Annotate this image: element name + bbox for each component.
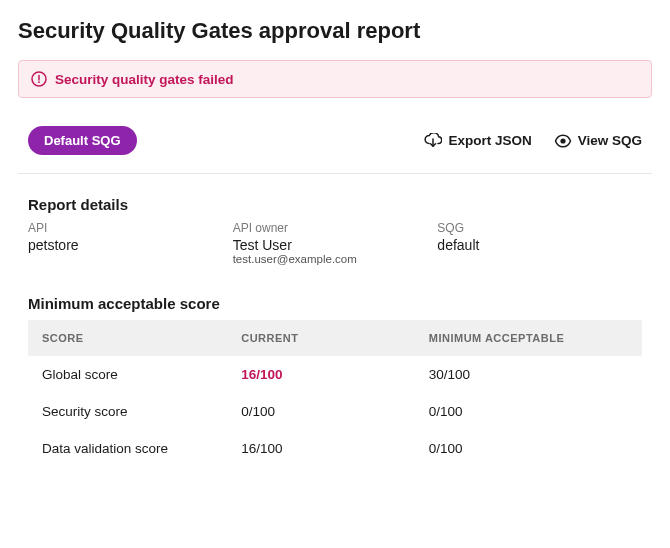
col-header-current: CURRENT <box>241 332 429 344</box>
report-details: API petstore API owner Test User test.us… <box>18 221 652 265</box>
toolbar-actions: Export JSON View SQG <box>424 133 642 148</box>
score-minimum: 30/100 <box>429 367 628 382</box>
score-label: Data validation score <box>42 441 241 456</box>
export-json-label: Export JSON <box>448 133 531 148</box>
table-row: Global score16/10030/100 <box>28 356 642 393</box>
svg-point-2 <box>38 81 40 83</box>
owner-email: test.user@example.com <box>233 253 438 265</box>
score-minimum: 0/100 <box>429 404 628 419</box>
score-table: SCORE CURRENT MINIMUM ACCEPTABLE Global … <box>28 320 642 467</box>
alert-banner: Security quality gates failed <box>18 60 652 98</box>
table-row: Data validation score16/1000/100 <box>28 430 642 467</box>
detail-owner: API owner Test User test.user@example.co… <box>233 221 438 265</box>
score-current: 16/100 <box>241 441 429 456</box>
alert-message: Security quality gates failed <box>55 72 234 87</box>
svg-point-4 <box>560 138 565 143</box>
export-json-button[interactable]: Export JSON <box>424 133 531 148</box>
score-current: 16/100 <box>241 367 429 382</box>
score-minimum: 0/100 <box>429 441 628 456</box>
detail-api: API petstore <box>28 221 233 265</box>
view-sqg-button[interactable]: View SQG <box>554 133 642 148</box>
api-label: API <box>28 221 233 235</box>
score-current: 0/100 <box>241 404 429 419</box>
cloud-download-icon <box>424 133 442 148</box>
sqg-pill[interactable]: Default SQG <box>28 126 137 155</box>
sqg-label: SQG <box>437 221 642 235</box>
col-header-score: SCORE <box>42 332 241 344</box>
owner-value: Test User <box>233 237 438 253</box>
toolbar: Default SQG Export JSON View SQG <box>18 126 652 174</box>
owner-label: API owner <box>233 221 438 235</box>
page-title: Security Quality Gates approval report <box>18 18 652 44</box>
eye-icon <box>554 134 572 148</box>
report-details-heading: Report details <box>28 196 652 213</box>
score-table-header: SCORE CURRENT MINIMUM ACCEPTABLE <box>28 320 642 356</box>
sqg-value: default <box>437 237 642 253</box>
detail-sqg: SQG default <box>437 221 642 265</box>
view-sqg-label: View SQG <box>578 133 642 148</box>
score-label: Security score <box>42 404 241 419</box>
error-icon <box>31 71 47 87</box>
api-value: petstore <box>28 237 233 253</box>
table-row: Security score0/1000/100 <box>28 393 642 430</box>
col-header-minimum: MINIMUM ACCEPTABLE <box>429 332 628 344</box>
score-label: Global score <box>42 367 241 382</box>
scores-heading: Minimum acceptable score <box>28 295 652 312</box>
